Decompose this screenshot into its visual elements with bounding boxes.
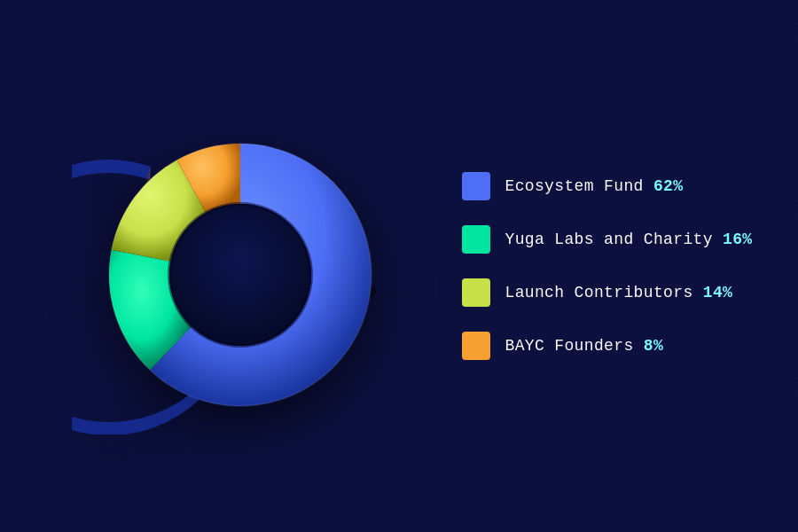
legend-item-ecosystem: Ecosystem Fund 62% bbox=[462, 172, 752, 200]
legend-section: Ecosystem Fund 62% Yuga Labs and Charity… bbox=[462, 172, 752, 360]
legend-item-launch: Launch Contributors 14% bbox=[462, 278, 752, 307]
legend-label-bayc: BAYC Founders 8% bbox=[505, 337, 663, 355]
legend-color-bayc bbox=[462, 332, 490, 360]
legend-item-bayc: BAYC Founders 8% bbox=[462, 332, 752, 360]
legend-label-launch: Launch Contributors 14% bbox=[505, 284, 732, 301]
legend-color-ecosystem bbox=[462, 172, 490, 200]
legend-label-yuga: Yuga Labs and Charity 16% bbox=[505, 231, 752, 248]
legend-label-ecosystem: Ecosystem Fund 62% bbox=[505, 177, 683, 195]
chart-section bbox=[72, 98, 409, 434]
legend-color-yuga bbox=[462, 225, 490, 254]
legend-color-launch bbox=[462, 278, 490, 307]
donut-chart bbox=[72, 98, 409, 434]
main-container: Ecosystem Fund 62% Yuga Labs and Charity… bbox=[0, 0, 798, 532]
legend-item-yuga: Yuga Labs and Charity 16% bbox=[462, 225, 752, 254]
